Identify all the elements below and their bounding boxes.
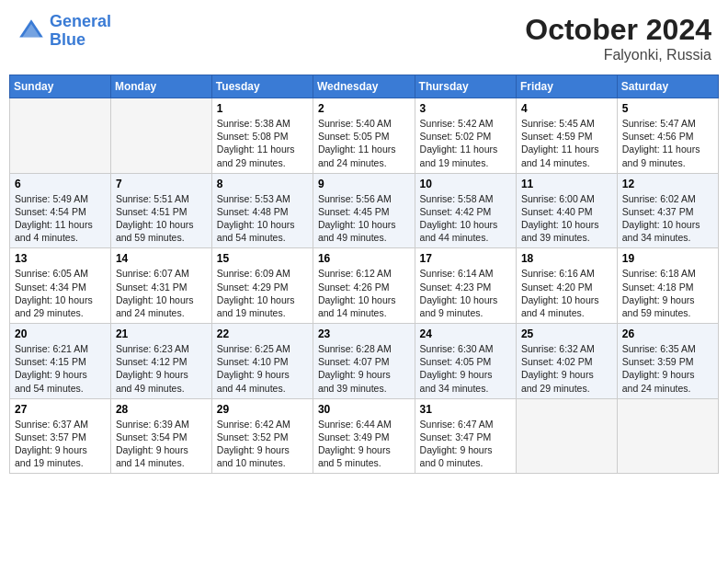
calendar-cell: 19Sunrise: 6:18 AMSunset: 4:18 PMDayligh…: [617, 248, 718, 324]
day-number: 1: [217, 102, 308, 115]
calendar-cell: [110, 98, 211, 174]
calendar-cell: 1Sunrise: 5:38 AMSunset: 5:08 PMDaylight…: [211, 98, 313, 174]
calendar-cell: 15Sunrise: 6:09 AMSunset: 4:29 PMDayligh…: [211, 248, 313, 324]
calendar-cell: 30Sunrise: 6:44 AMSunset: 3:49 PMDayligh…: [313, 398, 415, 474]
day-number: 11: [521, 178, 612, 190]
calendar-week-row: 1Sunrise: 5:38 AMSunset: 5:08 PMDaylight…: [10, 98, 719, 174]
weekday-header-row: SundayMondayTuesdayWednesdayThursdayFrid…: [10, 75, 719, 98]
weekday-header: Sunday: [10, 75, 111, 98]
day-number: 31: [420, 403, 511, 416]
cell-details: Sunrise: 6:21 AMSunset: 4:15 PMDaylight:…: [15, 342, 106, 395]
calendar-cell: 14Sunrise: 6:07 AMSunset: 4:31 PMDayligh…: [110, 248, 211, 324]
calendar-cell: 6Sunrise: 5:49 AMSunset: 4:54 PMDaylight…: [10, 173, 111, 248]
cell-details: Sunrise: 6:12 AMSunset: 4:26 PMDaylight:…: [318, 267, 410, 319]
cell-details: Sunrise: 6:28 AMSunset: 4:07 PMDaylight:…: [318, 342, 410, 395]
day-number: 7: [116, 178, 207, 190]
day-number: 2: [318, 102, 410, 115]
calendar-cell: 17Sunrise: 6:14 AMSunset: 4:23 PMDayligh…: [415, 248, 516, 324]
cell-details: Sunrise: 6:09 AMSunset: 4:29 PMDaylight:…: [217, 267, 308, 319]
logo: General Blue: [17, 13, 111, 50]
cell-details: Sunrise: 5:45 AMSunset: 4:59 PMDaylight:…: [521, 117, 612, 169]
day-number: 28: [116, 403, 207, 416]
day-number: 17: [420, 252, 511, 265]
day-number: 25: [521, 327, 612, 340]
day-number: 19: [622, 252, 713, 265]
cell-details: Sunrise: 5:53 AMSunset: 4:48 PMDaylight:…: [217, 192, 308, 245]
cell-details: Sunrise: 6:00 AMSunset: 4:40 PMDaylight:…: [521, 192, 612, 245]
cell-details: Sunrise: 6:30 AMSunset: 4:05 PMDaylight:…: [420, 342, 511, 395]
calendar-week-row: 6Sunrise: 5:49 AMSunset: 4:54 PMDaylight…: [10, 173, 719, 248]
weekday-header: Wednesday: [313, 75, 415, 98]
calendar-week-row: 13Sunrise: 6:05 AMSunset: 4:34 PMDayligh…: [10, 248, 719, 324]
cell-details: Sunrise: 6:35 AMSunset: 3:59 PMDaylight:…: [622, 342, 713, 395]
cell-details: Sunrise: 5:42 AMSunset: 5:02 PMDaylight:…: [420, 117, 511, 169]
calendar-week-row: 20Sunrise: 6:21 AMSunset: 4:15 PMDayligh…: [10, 324, 719, 399]
calendar-cell: 9Sunrise: 5:56 AMSunset: 4:45 PMDaylight…: [313, 173, 415, 248]
calendar-cell: 12Sunrise: 6:02 AMSunset: 4:37 PMDayligh…: [617, 173, 718, 248]
day-number: 15: [217, 252, 308, 265]
calendar-cell: 16Sunrise: 6:12 AMSunset: 4:26 PMDayligh…: [313, 248, 415, 324]
day-number: 29: [217, 403, 308, 416]
calendar-cell: [10, 98, 111, 174]
cell-details: Sunrise: 6:07 AMSunset: 4:31 PMDaylight:…: [116, 267, 207, 319]
calendar-table: SundayMondayTuesdayWednesdayThursdayFrid…: [9, 75, 719, 474]
page-header: General Blue October 2024 Falyonki, Russ…: [9, 9, 719, 67]
cell-details: Sunrise: 6:42 AMSunset: 3:52 PMDaylight:…: [217, 418, 308, 470]
cell-details: Sunrise: 6:16 AMSunset: 4:20 PMDaylight:…: [521, 267, 612, 319]
cell-details: Sunrise: 5:38 AMSunset: 5:08 PMDaylight:…: [217, 117, 308, 169]
cell-details: Sunrise: 5:56 AMSunset: 4:45 PMDaylight:…: [318, 192, 410, 245]
cell-details: Sunrise: 5:49 AMSunset: 4:54 PMDaylight:…: [15, 192, 106, 245]
day-number: 26: [622, 327, 713, 340]
day-number: 24: [420, 327, 511, 340]
day-number: 16: [318, 252, 410, 265]
calendar-cell: 26Sunrise: 6:35 AMSunset: 3:59 PMDayligh…: [617, 324, 718, 399]
day-number: 8: [217, 178, 308, 190]
weekday-header: Thursday: [415, 75, 516, 98]
logo-text: General Blue: [50, 13, 111, 50]
calendar-cell: 7Sunrise: 5:51 AMSunset: 4:51 PMDaylight…: [110, 173, 211, 248]
calendar-cell: [617, 398, 718, 474]
cell-details: Sunrise: 6:47 AMSunset: 3:47 PMDaylight:…: [420, 418, 511, 470]
calendar-cell: 27Sunrise: 6:37 AMSunset: 3:57 PMDayligh…: [10, 398, 111, 474]
cell-details: Sunrise: 6:44 AMSunset: 3:49 PMDaylight:…: [318, 418, 410, 470]
cell-details: Sunrise: 6:23 AMSunset: 4:12 PMDaylight:…: [116, 342, 207, 395]
day-number: 30: [318, 403, 410, 416]
calendar-cell: 2Sunrise: 5:40 AMSunset: 5:05 PMDaylight…: [313, 98, 415, 174]
cell-details: Sunrise: 5:47 AMSunset: 4:56 PMDaylight:…: [622, 117, 713, 169]
day-number: 20: [15, 327, 106, 340]
calendar-cell: 28Sunrise: 6:39 AMSunset: 3:54 PMDayligh…: [110, 398, 211, 474]
logo-icon: [17, 17, 46, 46]
calendar-cell: 3Sunrise: 5:42 AMSunset: 5:02 PMDaylight…: [415, 98, 516, 174]
cell-details: Sunrise: 5:40 AMSunset: 5:05 PMDaylight:…: [318, 117, 410, 169]
cell-details: Sunrise: 6:32 AMSunset: 4:02 PMDaylight:…: [521, 342, 612, 395]
cell-details: Sunrise: 6:25 AMSunset: 4:10 PMDaylight:…: [217, 342, 308, 395]
cell-details: Sunrise: 6:02 AMSunset: 4:37 PMDaylight:…: [622, 192, 713, 245]
day-number: 6: [15, 178, 106, 190]
calendar-cell: 18Sunrise: 6:16 AMSunset: 4:20 PMDayligh…: [516, 248, 617, 324]
location-title: Falyonki, Russia: [525, 47, 711, 63]
calendar-cell: [516, 398, 617, 474]
day-number: 22: [217, 327, 308, 340]
calendar-cell: 4Sunrise: 5:45 AMSunset: 4:59 PMDaylight…: [516, 98, 617, 174]
calendar-cell: 25Sunrise: 6:32 AMSunset: 4:02 PMDayligh…: [516, 324, 617, 399]
calendar-week-row: 27Sunrise: 6:37 AMSunset: 3:57 PMDayligh…: [10, 398, 719, 474]
title-area: October 2024 Falyonki, Russia: [525, 13, 711, 63]
day-number: 13: [15, 252, 106, 265]
weekday-header: Friday: [516, 75, 617, 98]
day-number: 12: [622, 178, 713, 190]
calendar-cell: 5Sunrise: 5:47 AMSunset: 4:56 PMDaylight…: [617, 98, 718, 174]
day-number: 9: [318, 178, 410, 190]
day-number: 21: [116, 327, 207, 340]
weekday-header: Monday: [110, 75, 211, 98]
cell-details: Sunrise: 6:39 AMSunset: 3:54 PMDaylight:…: [116, 418, 207, 470]
calendar-cell: 13Sunrise: 6:05 AMSunset: 4:34 PMDayligh…: [10, 248, 111, 324]
day-number: 23: [318, 327, 410, 340]
calendar-cell: 10Sunrise: 5:58 AMSunset: 4:42 PMDayligh…: [415, 173, 516, 248]
calendar-cell: 8Sunrise: 5:53 AMSunset: 4:48 PMDaylight…: [211, 173, 313, 248]
day-number: 27: [15, 403, 106, 416]
calendar-cell: 24Sunrise: 6:30 AMSunset: 4:05 PMDayligh…: [415, 324, 516, 399]
calendar-cell: 21Sunrise: 6:23 AMSunset: 4:12 PMDayligh…: [110, 324, 211, 399]
calendar-cell: 20Sunrise: 6:21 AMSunset: 4:15 PMDayligh…: [10, 324, 111, 399]
cell-details: Sunrise: 5:58 AMSunset: 4:42 PMDaylight:…: [420, 192, 511, 245]
calendar-cell: 31Sunrise: 6:47 AMSunset: 3:47 PMDayligh…: [415, 398, 516, 474]
